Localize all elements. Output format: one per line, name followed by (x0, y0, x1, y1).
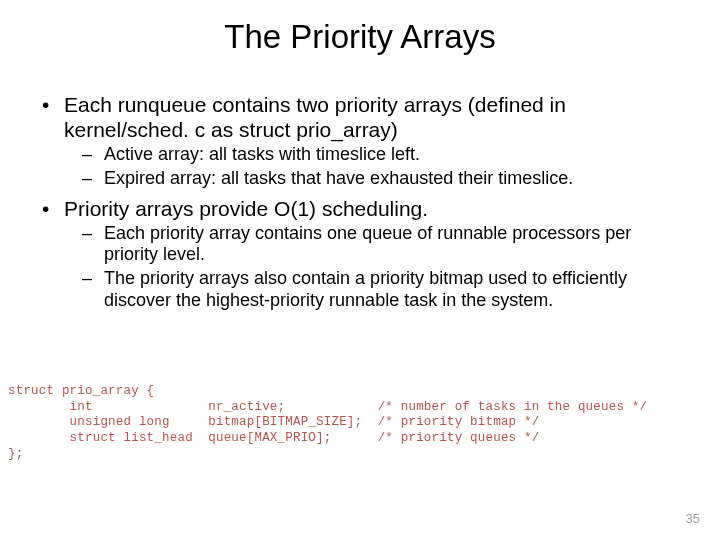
sub-bullet-item: Expired array: all tasks that have exhau… (64, 168, 680, 190)
bullet-list: Each runqueue contains two priority arra… (40, 92, 680, 311)
sub-bullet-text: Expired array: all tasks that have exhau… (104, 168, 573, 188)
sub-bullet-text: Active array: all tasks with timeslice l… (104, 144, 420, 164)
slide-body: Each runqueue contains two priority arra… (0, 66, 720, 311)
bullet-text: Priority arrays provide O(1) scheduling. (64, 197, 428, 220)
bullet-item: Priority arrays provide O(1) scheduling.… (40, 196, 680, 312)
sub-bullet-list: Each priority array contains one queue o… (64, 223, 680, 311)
sub-bullet-text: Each priority array contains one queue o… (104, 223, 631, 265)
code-snippet: struct prio_array { int nr_active; /* nu… (8, 384, 647, 462)
page-number: 35 (686, 511, 700, 526)
sub-bullet-text: The priority arrays also contain a prior… (104, 268, 627, 310)
bullet-item: Each runqueue contains two priority arra… (40, 92, 680, 190)
sub-bullet-item: Active array: all tasks with timeslice l… (64, 144, 680, 166)
slide: The Priority Arrays Each runqueue contai… (0, 0, 720, 540)
sub-bullet-item: Each priority array contains one queue o… (64, 223, 680, 266)
sub-bullet-item: The priority arrays also contain a prior… (64, 268, 680, 311)
bullet-text: Each runqueue contains two priority arra… (64, 93, 566, 141)
sub-bullet-list: Active array: all tasks with timeslice l… (64, 144, 680, 189)
slide-title: The Priority Arrays (0, 0, 720, 66)
